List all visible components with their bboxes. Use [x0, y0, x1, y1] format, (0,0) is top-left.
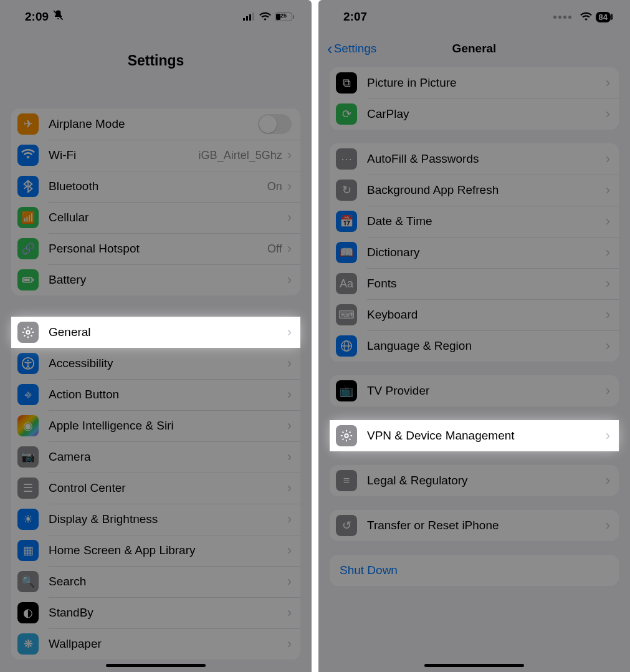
settings-list[interactable]: ✈Airplane ModeWi-FiiGB_Airtel_5Ghz›Bluet… — [0, 108, 312, 660]
settings-group: ⋯AutoFill & Passwords›↻Background App Re… — [330, 143, 619, 362]
back-button[interactable]: ‹ Settings — [327, 34, 376, 64]
home-indicator[interactable] — [106, 664, 206, 667]
standby-icon: ◐ — [17, 602, 39, 623]
row-keyboard[interactable]: ⌨Keyboard› — [330, 299, 619, 330]
home-indicator[interactable] — [424, 664, 524, 667]
row-display[interactable]: ☀Display & Brightness› — [11, 504, 300, 535]
row-shutdown[interactable]: Shut Down — [330, 555, 619, 586]
row-label: Accessibility — [49, 357, 287, 370]
status-time: 2:09 — [25, 10, 49, 24]
row-homescreen[interactable]: ▦Home Screen & App Library› — [11, 535, 300, 566]
battery-icon: 84 — [596, 12, 613, 22]
wifi-status-icon — [259, 11, 271, 24]
wifi-status-icon — [580, 11, 592, 24]
row-autofill[interactable]: ⋯AutoFill & Passwords› — [330, 143, 619, 175]
settings-group: ⧉Picture in Picture›⟳CarPlay› — [330, 67, 619, 130]
svg-point-8 — [26, 330, 30, 334]
row-standby[interactable]: ◐StandBy› — [11, 597, 300, 628]
row-label: Personal Hotspot — [49, 242, 267, 256]
row-reset[interactable]: ↺Transfer or Reset iPhone› — [330, 510, 619, 541]
chevron-right-icon: › — [606, 106, 610, 122]
row-tvprovider[interactable]: 📺TV Provider› — [330, 375, 619, 406]
siri-icon: ◉ — [17, 415, 39, 436]
apps-icon: ▦ — [17, 540, 39, 561]
row-vpn-highlight[interactable]: VPN & Device Management› — [330, 420, 619, 451]
svg-rect-6 — [32, 279, 34, 281]
bluetooth-icon — [17, 176, 39, 197]
chevron-right-icon: › — [287, 324, 292, 340]
row-airplane[interactable]: ✈Airplane Mode — [11, 108, 300, 140]
row-legal[interactable]: ≡Legal & Regulatory› — [330, 465, 619, 496]
row-label: Legal & Regulatory — [367, 474, 606, 487]
refresh-icon: ↻ — [336, 180, 357, 201]
silent-bell-icon — [52, 9, 64, 24]
row-vpn[interactable]: VPN & Device Management› — [330, 420, 619, 451]
row-wallpaper[interactable]: ❋Wallpaper› — [11, 628, 300, 660]
back-label: Settings — [334, 42, 377, 55]
chevron-right-icon: › — [606, 213, 610, 229]
row-general[interactable]: General› — [11, 317, 300, 348]
row-label: Home Screen & App Library — [49, 544, 287, 557]
row-accessibility[interactable]: Accessibility› — [11, 348, 300, 379]
camera-icon: 📷 — [17, 446, 39, 468]
row-camera[interactable]: 📷Camera› — [11, 441, 300, 473]
settings-group: ↺Transfer or Reset iPhone› — [330, 510, 619, 541]
general-list[interactable]: ⧉Picture in Picture›⟳CarPlay›⋯AutoFill &… — [318, 67, 630, 586]
airplane-icon: ✈ — [17, 113, 39, 135]
row-label: Dictionary — [367, 246, 606, 259]
row-fonts[interactable]: AaFonts› — [330, 268, 619, 299]
row-battery[interactable]: Battery› — [11, 264, 300, 295]
row-hotspot[interactable]: 🔗Personal HotspotOff› — [11, 233, 300, 264]
signal-dots-icon — [553, 16, 571, 19]
row-label: Background App Refresh — [367, 183, 606, 197]
row-search[interactable]: 🔍Search› — [11, 566, 300, 597]
general-screen: 2:07 84 ‹ Settings General ⧉Picture in P… — [318, 0, 630, 672]
row-wifi[interactable]: Wi-FiiGB_Airtel_5Ghz› — [11, 140, 300, 171]
row-label: Cellular — [49, 211, 287, 224]
row-label: Keyboard — [367, 308, 606, 322]
row-carplay[interactable]: ⟳CarPlay› — [330, 98, 619, 130]
antenna-icon: 📶 — [17, 207, 39, 228]
chevron-right-icon: › — [287, 209, 292, 226]
svg-point-14 — [345, 434, 348, 438]
row-label: Airplane Mode — [49, 117, 258, 131]
chevron-right-icon: › — [606, 276, 610, 292]
chevron-right-icon: › — [287, 449, 292, 465]
row-datetime[interactable]: 📅Date & Time› — [330, 206, 619, 237]
pip-icon: ⧉ — [336, 72, 357, 94]
row-value: Off — [267, 242, 282, 256]
row-language[interactable]: Language & Region› — [330, 330, 619, 362]
action-icon: ⎆ — [17, 384, 39, 405]
row-cellular[interactable]: 📶Cellular› — [11, 202, 300, 233]
row-label: Date & Time — [367, 214, 606, 228]
chevron-right-icon: › — [287, 636, 292, 652]
svg-rect-7 — [24, 279, 30, 281]
row-label: Wi-Fi — [49, 148, 199, 162]
svg-rect-4 — [252, 12, 254, 21]
svg-rect-1 — [243, 18, 245, 21]
battery-icon: 25 — [275, 12, 294, 21]
chevron-right-icon: › — [287, 355, 292, 372]
row-bluetooth[interactable]: BluetoothOn› — [11, 171, 300, 202]
row-label: Battery — [49, 273, 287, 287]
row-actionbutton[interactable]: ⎆Action Button› — [11, 379, 300, 410]
chevron-right-icon: › — [287, 386, 292, 403]
row-label: General — [49, 325, 287, 339]
settings-group: ✈Airplane ModeWi-FiiGB_Airtel_5Ghz›Bluet… — [11, 108, 300, 295]
status-time: 2:07 — [343, 10, 367, 24]
settings-group: ≡Legal & Regulatory› — [330, 465, 619, 496]
row-siri[interactable]: ◉Apple Intelligence & Siri› — [11, 410, 300, 441]
gear-icon — [336, 425, 357, 446]
row-label: Control Center — [49, 481, 287, 495]
row-controlcenter[interactable]: ☰Control Center› — [11, 473, 300, 504]
row-dictionary[interactable]: 📖Dictionary› — [330, 237, 619, 268]
battery-icon — [17, 269, 39, 290]
toggle-airplane[interactable] — [258, 114, 292, 134]
row-bgrefresh[interactable]: ↻Background App Refresh› — [330, 175, 619, 206]
row-value: iGB_Airtel_5Ghz — [199, 149, 282, 162]
carplay-icon: ⟳ — [336, 103, 357, 125]
font-icon: Aa — [336, 273, 357, 294]
row-general-highlight[interactable]: General› — [11, 317, 300, 348]
chevron-right-icon: › — [606, 182, 610, 198]
row-pip[interactable]: ⧉Picture in Picture› — [330, 67, 619, 98]
